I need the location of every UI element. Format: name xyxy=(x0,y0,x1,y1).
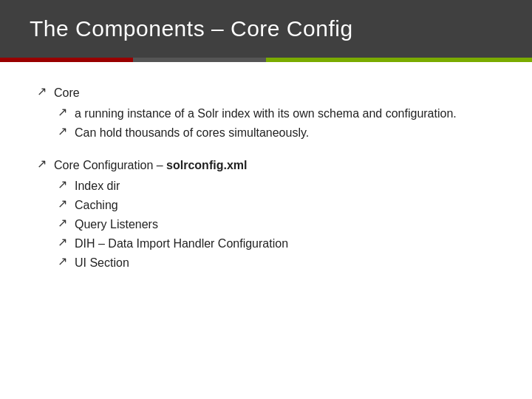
arrow-icon-5: ↗ xyxy=(58,177,67,191)
slide-title: The Components – Core Config xyxy=(30,16,502,41)
bullet-text-query-listeners: Query Listeners xyxy=(75,216,158,233)
arrow-icon-9: ↗ xyxy=(58,254,67,268)
bullet-text-core-config: Core Configuration – solrconfig.xml xyxy=(54,157,247,174)
bullet-core-config: ↗ Core Configuration – solrconfig.xml xyxy=(37,157,495,174)
arrow-icon-6: ↗ xyxy=(58,197,67,211)
bullet-core-desc2: ↗ Can hold thousands of cores simultaneo… xyxy=(58,124,495,142)
bullet-dih: ↗ DIH – Data Import Handler Configuratio… xyxy=(58,235,495,253)
bullet-query-listeners: ↗ Query Listeners xyxy=(58,216,495,233)
bullet-text-core: Core xyxy=(54,84,80,102)
bullet-index-dir: ↗ Index dir xyxy=(58,177,495,195)
slide: The Components – Core Config ↗ Core ↗ a … xyxy=(0,0,532,399)
bullet-text-core-desc1: a running instance of a Solr index with … xyxy=(75,105,457,123)
section-gap xyxy=(37,143,495,157)
bullet-core-desc1: ↗ a running instance of a Solr index wit… xyxy=(58,105,495,123)
arrow-icon-3: ↗ xyxy=(58,124,67,138)
arrow-icon-7: ↗ xyxy=(58,216,67,230)
slide-content: ↗ Core ↗ a running instance of a Solr in… xyxy=(0,62,532,399)
slide-header: The Components – Core Config xyxy=(0,0,532,58)
bullet-caching: ↗ Caching xyxy=(58,197,495,214)
arrow-icon-8: ↗ xyxy=(58,235,67,249)
bullet-text-caching: Caching xyxy=(75,197,118,214)
arrow-icon-4: ↗ xyxy=(37,157,47,171)
bullet-text-index-dir: Index dir xyxy=(75,177,120,195)
bullet-text-core-desc2: Can hold thousands of cores simultaneous… xyxy=(75,124,309,142)
arrow-icon-1: ↗ xyxy=(37,84,47,98)
bullet-ui-section: ↗ UI Section xyxy=(58,254,495,272)
bullet-text-dih: DIH – Data Import Handler Configuration xyxy=(75,235,288,253)
bullet-core: ↗ Core xyxy=(37,84,495,102)
arrow-icon-2: ↗ xyxy=(58,105,67,119)
bullet-text-ui-section: UI Section xyxy=(75,254,129,272)
